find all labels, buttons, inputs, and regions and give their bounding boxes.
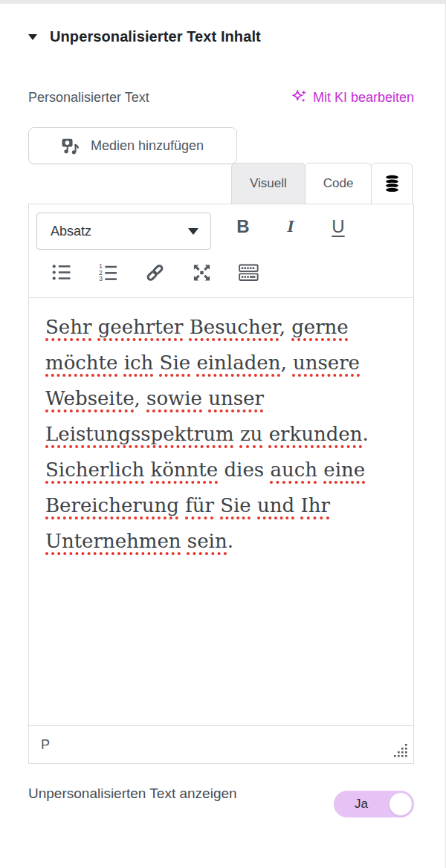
show-unpersonalized-toggle[interactable]: Ja: [334, 791, 414, 817]
camera-music-note-icon: [62, 137, 82, 155]
caret-down-icon: [28, 34, 37, 40]
content-word: einladen: [196, 352, 280, 374]
database-icon: [383, 174, 401, 194]
numbered-list-button[interactable]: 1 2 3: [98, 262, 118, 282]
content-word: eine: [323, 459, 365, 481]
tab-code[interactable]: Code: [305, 163, 372, 204]
content-word: auch: [270, 459, 317, 481]
insert-link-button[interactable]: [145, 262, 165, 282]
add-media-label: Medien hinzufügen: [91, 138, 204, 154]
content-word: und: [257, 494, 294, 516]
content-word: Sicherlich: [45, 459, 144, 481]
resize-grip-icon[interactable]: [391, 742, 409, 760]
add-media-button[interactable]: Medien hinzufügen: [28, 127, 237, 164]
content-word: Ihr: [300, 494, 329, 516]
content-word: für: [185, 494, 214, 516]
link-icon: [145, 262, 165, 283]
content-word: Besucher: [190, 316, 279, 338]
numbered-list-icon: 1 2 3: [98, 262, 118, 282]
content-word: ,: [280, 352, 286, 374]
content-word: erkunden: [269, 423, 363, 445]
editor-content-area[interactable]: Sehr geehrter Besucher, gernemöchte ich …: [29, 298, 413, 725]
fullscreen-button[interactable]: [192, 262, 212, 282]
format-select-value: Absatz: [51, 224, 91, 239]
content-word: Unternehmen: [45, 530, 181, 552]
tab-visuell[interactable]: Visuell: [231, 163, 306, 204]
content-word: Webseite: [45, 387, 135, 409]
content-word: geehrter: [98, 316, 184, 338]
content-word: dies: [224, 459, 264, 481]
content-word: zu: [240, 423, 262, 445]
content-word: Sehr: [45, 316, 91, 338]
tab-code-label: Code: [323, 176, 354, 191]
keyboard-icon: [239, 262, 259, 283]
toggle-knob: [389, 792, 413, 816]
show-unpersonalized-text-row: Unpersonalisierten Text anzeigen Ja: [28, 784, 414, 817]
bulleted-list-button[interactable]: [51, 262, 71, 282]
editor-toolbar-row2: 1 2 3: [51, 262, 259, 282]
content-word: könnte: [150, 459, 218, 481]
content-word: ich: [124, 352, 154, 374]
field-label: Personalisierter Text: [28, 90, 149, 106]
bold-button[interactable]: B: [228, 216, 258, 237]
content-word: Leistungsspektrum: [45, 423, 234, 445]
fullscreen-icon: [192, 262, 212, 283]
panel-top-divider: [0, 0, 446, 4]
content-word: Bereicherung: [45, 494, 179, 516]
editor-tabs: Visuell Code: [232, 163, 413, 204]
field-label-row: Personalisierter Text Mit KI bearbeiten: [28, 89, 414, 106]
content-word: ,: [135, 387, 140, 409]
section-header-unpersonalisierter-text[interactable]: Unpersonalisierter Text Inhalt: [28, 28, 261, 45]
edit-with-ai-label: Mit KI bearbeiten: [313, 90, 414, 106]
content-word: Sie: [160, 352, 191, 374]
sparkles-icon: [291, 89, 308, 106]
content-word: gerne: [291, 316, 349, 338]
content-word: .: [362, 423, 368, 445]
keyboard-shortcuts-button[interactable]: [239, 262, 259, 282]
content-word: sein: [187, 530, 227, 552]
toggle-on-label: Ja: [334, 791, 389, 817]
section-title: Unpersonalisierter Text Inhalt: [50, 28, 261, 45]
wysiwyg-editor: Absatz B I U 1 2 3: [28, 204, 414, 764]
editor-status-bar: P: [29, 725, 413, 763]
element-path: P: [41, 737, 50, 753]
paragraph-format-select[interactable]: Absatz: [36, 213, 211, 250]
content-word: .: [227, 530, 233, 552]
content-word: unser: [208, 387, 264, 409]
underline-button[interactable]: U: [323, 216, 353, 237]
settings-panel: Unpersonalisierter Text Inhalt Personali…: [0, 0, 446, 868]
bulleted-list-icon: [51, 262, 71, 282]
italic-button[interactable]: I: [276, 216, 306, 236]
svg-text:3: 3: [99, 275, 103, 282]
editor-toolbar: Absatz B I U 1 2 3: [29, 204, 413, 298]
content-word: Sie: [220, 494, 251, 516]
content-word: möchte: [45, 352, 117, 374]
content-word: sowie: [146, 387, 202, 409]
toggle-label: Unpersonalisierten Text anzeigen: [28, 784, 244, 817]
content-word: ,: [279, 316, 285, 338]
edit-with-ai-link[interactable]: Mit KI bearbeiten: [291, 89, 414, 106]
tab-visuell-label: Visuell: [250, 176, 287, 191]
content-word: unsere: [293, 352, 360, 374]
chevron-down-icon: [188, 228, 198, 235]
tab-dynamic-data[interactable]: [371, 163, 413, 204]
